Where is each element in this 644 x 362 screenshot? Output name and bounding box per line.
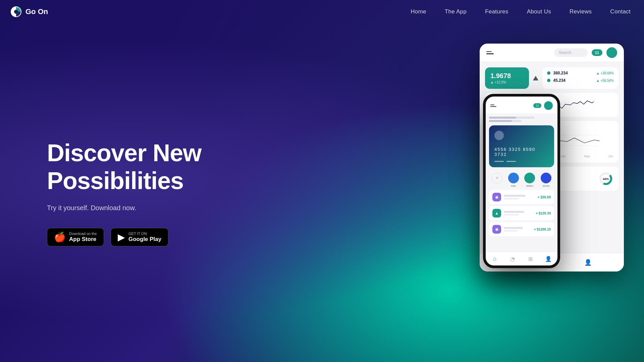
phone-avatar: [544, 101, 553, 110]
hero-subtitle: Try it yourself. Download now.: [47, 204, 201, 212]
googleplay-label-top: GET IT ON: [128, 232, 161, 236]
tab-user-icon[interactable]: 👤: [584, 259, 592, 266]
hamburger-icon: [486, 51, 494, 54]
phone-header: 11: [486, 97, 557, 113]
arrow-up-icon: [533, 76, 538, 80]
transaction-1: ◉ + $30.69: [489, 190, 554, 204]
trans-amount-1: + $30.69: [538, 195, 551, 199]
stat-list-change2: ▲ +56.54%: [596, 79, 614, 82]
stats-row: 1.9678 ▲ +12.5% 380.234 ▲ +39.69% 45.: [485, 67, 619, 89]
credit-card: 4556 3325 8590 3732: [489, 125, 554, 167]
nav-link-the-app[interactable]: The App: [445, 8, 467, 15]
trans-details-3: [504, 227, 531, 232]
appstore-label-bottom: App Store: [69, 236, 97, 243]
apple-icon: 🍎: [54, 232, 66, 243]
svg-point-1: [14, 10, 18, 14]
googleplay-label-bottom: Google Play: [128, 236, 161, 243]
phone-mockup: 11 4556 3325 8590 3732: [483, 94, 560, 268]
notification-badge: 11: [592, 49, 602, 56]
phone-hamburger-icon: [490, 105, 496, 107]
tablet-header-right: Search 11: [554, 47, 617, 58]
navbar: Go On Home The App Features About Us Rev…: [0, 0, 644, 23]
stat1-change: ▲ +12.5%: [490, 80, 524, 84]
progress-bar-1: [489, 117, 535, 119]
nav-links: Home The App Features About Us Reviews C…: [411, 8, 631, 15]
trans-icon-3: ◉: [492, 225, 501, 234]
trans-details-1: [504, 195, 535, 199]
stat-list-change1: ▲ +39.69%: [596, 71, 614, 75]
nav-link-features[interactable]: Features: [485, 8, 508, 15]
card-decoration: [494, 161, 549, 162]
stat1-value: 1.9678: [490, 72, 524, 80]
phone-tab-chart[interactable]: ◔: [509, 255, 516, 262]
stat-list-item2: 45.234: [553, 78, 566, 83]
appstore-label-top: Download on the: [69, 232, 97, 236]
transaction-2: ▲ + $120.34: [489, 206, 554, 220]
progress-bar-2: [489, 120, 522, 122]
phone-tab-home[interactable]: ⌂: [491, 255, 498, 262]
transaction-list: ◉ + $30.69 ▲ + $120.34: [489, 190, 554, 236]
contact-jones: Jones: [541, 173, 551, 187]
mockup-area: Search 11 1.9678 ▲ +12.5%: [325, 17, 644, 335]
appstore-button[interactable]: 🍎 Download on the App Store: [47, 228, 104, 247]
svg-text:44%: 44%: [603, 177, 609, 181]
phone-notification-badge: 11: [533, 103, 541, 108]
phone-footer: ⌂ ◔ ⊞ 👤: [486, 252, 557, 265]
phone-contacts: + Ivan Adam Jones: [489, 170, 554, 190]
logo[interactable]: Go On: [10, 6, 48, 18]
hero-content: Discover New Possibilities Try it yourse…: [47, 139, 201, 246]
card-number: 4556 3325 8590 3732: [494, 147, 549, 157]
contact-adam: Adam: [524, 173, 535, 187]
tablet-header: Search 11: [480, 44, 624, 62]
googleplay-button[interactable]: ▶ GET IT ON Google Play: [111, 228, 168, 247]
phone-header-right: 11: [533, 101, 553, 110]
trans-icon-2: ▲: [492, 209, 501, 218]
hero-title: Discover New Possibilities: [47, 139, 201, 195]
logo-text: Go On: [25, 7, 48, 16]
trans-icon-1: ◉: [492, 193, 501, 201]
logo-icon: [10, 6, 22, 18]
transaction-3: ◉ + $1200.10: [489, 222, 554, 236]
tablet-search[interactable]: Search: [554, 48, 588, 57]
stat-list-item1: 380.234: [553, 71, 568, 75]
download-buttons: 🍎 Download on the App Store ▶ GET IT ON …: [47, 228, 201, 247]
nav-link-contact[interactable]: Contact: [610, 8, 631, 15]
nav-link-home[interactable]: Home: [411, 8, 426, 15]
phone-screen: 11 4556 3325 8590 3732: [486, 97, 557, 265]
trans-details-2: [504, 211, 533, 216]
stat-card-1: 1.9678 ▲ +12.5%: [485, 67, 529, 89]
phone-content: 4556 3325 8590 3732 + Ivan: [486, 113, 557, 252]
card-chip: [494, 131, 504, 140]
contact-add: +: [492, 173, 502, 187]
contact-ivan: Ivan: [508, 173, 519, 187]
donut-chart: 44%: [598, 171, 613, 186]
trans-amount-2: + $120.34: [536, 212, 551, 215]
phone-tab-grid[interactable]: ⊞: [527, 255, 534, 262]
avatar: [606, 47, 617, 58]
add-contact-icon[interactable]: +: [492, 173, 502, 183]
nav-link-about-us[interactable]: About Us: [527, 8, 551, 15]
trans-amount-3: + $1200.10: [534, 228, 551, 231]
stat-arrow: [533, 67, 538, 89]
googleplay-icon: ▶: [118, 232, 125, 243]
nav-link-reviews[interactable]: Reviews: [570, 8, 592, 15]
phone-tab-profile[interactable]: 👤: [545, 255, 552, 262]
stat-list: 380.234 ▲ +39.69% 45.234 ▲ +56.54%: [542, 67, 619, 89]
